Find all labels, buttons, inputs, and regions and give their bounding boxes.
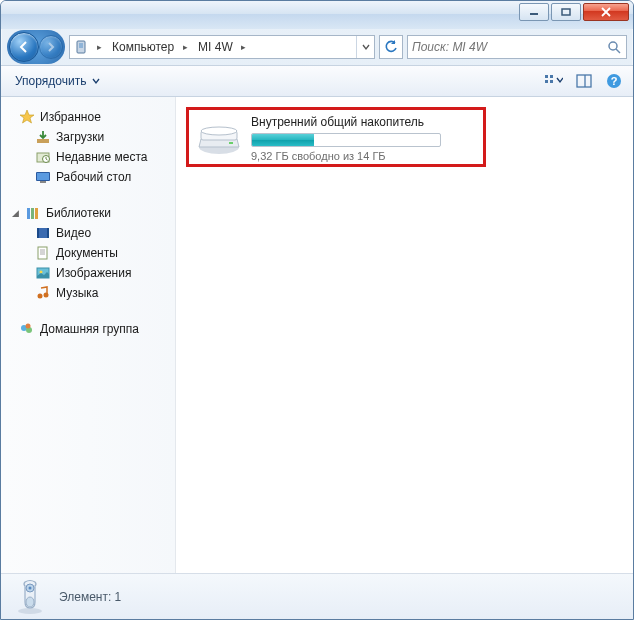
chevron-right-icon[interactable]: ▸ xyxy=(237,42,251,52)
svg-text:?: ? xyxy=(611,75,618,87)
homegroup-group: Домашняя группа xyxy=(5,319,171,339)
homegroup-label: Домашняя группа xyxy=(40,322,139,336)
video-icon xyxy=(35,225,51,241)
device-large-icon xyxy=(11,578,49,616)
item-label: Загрузки xyxy=(56,130,104,144)
capacity-fill xyxy=(252,134,314,146)
breadcrumb-computer[interactable]: Компьютер xyxy=(106,36,178,58)
breadcrumb-device[interactable]: MI 4W xyxy=(192,36,237,58)
drive-info: Внутренний общий накопитель 9,32 ГБ своб… xyxy=(251,115,475,162)
chevron-right-icon[interactable]: ▸ xyxy=(178,42,192,52)
libraries-icon xyxy=(25,205,41,221)
svg-rect-18 xyxy=(37,173,49,180)
close-button[interactable] xyxy=(583,3,629,21)
svg-rect-21 xyxy=(31,208,34,219)
libraries-header[interactable]: ◢ Библиотеки xyxy=(5,203,171,223)
details-pane: Элемент: 1 xyxy=(1,573,633,619)
svg-line-5 xyxy=(616,49,620,53)
svg-rect-8 xyxy=(545,80,548,83)
music-icon xyxy=(35,285,51,301)
favorites-group: Избранное Загрузки Недавние места Рабочи… xyxy=(5,107,171,187)
search-box[interactable] xyxy=(407,35,627,59)
search-input[interactable] xyxy=(412,40,602,54)
titlebar[interactable] xyxy=(1,1,633,29)
collapse-icon[interactable]: ◢ xyxy=(11,208,20,218)
capacity-bar xyxy=(251,133,441,147)
documents-icon xyxy=(35,245,51,261)
sidebar-item-documents[interactable]: Документы xyxy=(5,243,171,263)
svg-rect-10 xyxy=(577,75,591,87)
svg-rect-1 xyxy=(562,9,570,15)
explorer-window: ▸ Компьютер ▸ MI 4W ▸ Упорядочить xyxy=(0,0,634,620)
svg-point-33 xyxy=(44,293,49,298)
svg-point-4 xyxy=(609,42,617,50)
svg-rect-22 xyxy=(35,208,38,219)
svg-point-32 xyxy=(38,294,43,299)
svg-rect-9 xyxy=(550,80,553,83)
preview-pane-button[interactable] xyxy=(573,70,595,92)
address-bar[interactable]: ▸ Компьютер ▸ MI 4W ▸ xyxy=(69,35,375,59)
item-label: Изображения xyxy=(56,266,131,280)
svg-point-36 xyxy=(26,324,31,329)
refresh-button[interactable] xyxy=(379,35,403,59)
item-label: Музыка xyxy=(56,286,98,300)
content-area: Избранное Загрузки Недавние места Рабочи… xyxy=(1,97,633,573)
svg-rect-3 xyxy=(79,43,83,48)
desktop-icon xyxy=(35,169,51,185)
sidebar-item-video[interactable]: Видео xyxy=(5,223,171,243)
status-text: Элемент: 1 xyxy=(59,590,121,604)
chevron-right-icon[interactable]: ▸ xyxy=(92,42,106,52)
view-options-button[interactable] xyxy=(543,70,565,92)
item-label: Недавние места xyxy=(56,150,147,164)
organize-label: Упорядочить xyxy=(15,74,86,88)
svg-rect-26 xyxy=(38,247,47,259)
sidebar-item-music[interactable]: Музыка xyxy=(5,283,171,303)
chevron-down-icon xyxy=(92,77,100,85)
svg-point-39 xyxy=(201,127,237,135)
libraries-group: ◢ Библиотеки Видео Документы Изображения xyxy=(5,203,171,303)
drive-icon xyxy=(197,117,241,157)
back-button[interactable] xyxy=(9,32,39,62)
favorites-header[interactable]: Избранное xyxy=(5,107,171,127)
homegroup-header[interactable]: Домашняя группа xyxy=(5,319,171,339)
svg-rect-25 xyxy=(47,228,49,238)
navigation-bar: ▸ Компьютер ▸ MI 4W ▸ xyxy=(1,29,633,65)
address-dropdown[interactable] xyxy=(356,36,374,58)
command-bar: Упорядочить ? xyxy=(1,65,633,97)
recent-icon xyxy=(35,149,51,165)
svg-rect-19 xyxy=(40,181,46,183)
forward-button[interactable] xyxy=(39,35,63,59)
item-label: Рабочий стол xyxy=(56,170,131,184)
libraries-label: Библиотеки xyxy=(46,206,111,220)
favorites-label: Избранное xyxy=(40,110,101,124)
minimize-button[interactable] xyxy=(519,3,549,21)
maximize-button[interactable] xyxy=(551,3,581,21)
downloads-icon xyxy=(35,129,51,145)
device-icon xyxy=(70,36,92,58)
nav-buttons xyxy=(7,30,65,64)
svg-rect-40 xyxy=(229,142,233,144)
organize-menu[interactable]: Упорядочить xyxy=(9,71,106,91)
sidebar-item-downloads[interactable]: Загрузки xyxy=(5,127,171,147)
svg-point-41 xyxy=(18,608,42,614)
svg-rect-6 xyxy=(545,75,548,78)
sidebar-item-pictures[interactable]: Изображения xyxy=(5,263,171,283)
navigation-pane: Избранное Загрузки Недавние места Рабочи… xyxy=(1,97,176,573)
svg-rect-24 xyxy=(37,228,39,238)
storage-item[interactable]: Внутренний общий накопитель 9,32 ГБ своб… xyxy=(186,107,486,167)
svg-point-44 xyxy=(26,597,34,607)
drive-title: Внутренний общий накопитель xyxy=(251,115,475,129)
item-label: Документы xyxy=(56,246,118,260)
svg-rect-7 xyxy=(550,75,553,78)
file-list-pane[interactable]: Внутренний общий накопитель 9,32 ГБ своб… xyxy=(176,97,633,573)
item-label: Видео xyxy=(56,226,91,240)
sidebar-item-desktop[interactable]: Рабочий стол xyxy=(5,167,171,187)
star-icon xyxy=(19,109,35,125)
homegroup-icon xyxy=(19,321,35,337)
pictures-icon xyxy=(35,265,51,281)
help-button[interactable]: ? xyxy=(603,70,625,92)
drive-free-text: 9,32 ГБ свободно из 14 ГБ xyxy=(251,150,475,162)
search-icon xyxy=(606,39,622,55)
svg-rect-20 xyxy=(27,208,30,219)
sidebar-item-recent[interactable]: Недавние места xyxy=(5,147,171,167)
